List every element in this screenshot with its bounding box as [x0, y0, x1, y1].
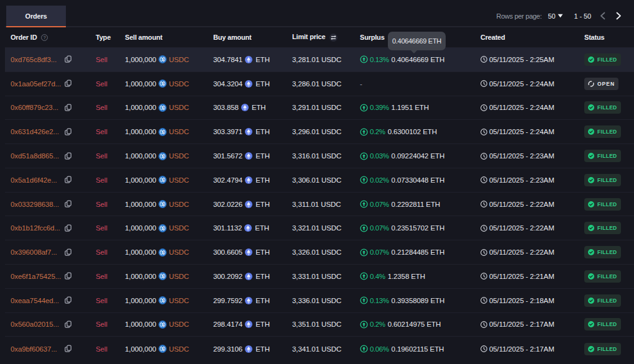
- svg-text:$: $: [161, 106, 163, 111]
- svg-text:$: $: [161, 226, 163, 231]
- svg-text:$: $: [161, 154, 163, 159]
- svg-text:$: $: [161, 130, 163, 135]
- svg-text:$: $: [161, 322, 163, 327]
- svg-text:$: $: [161, 274, 163, 279]
- svg-text:$: $: [161, 178, 163, 183]
- svg-text:?: ?: [44, 35, 46, 40]
- svg-text:$: $: [161, 57, 163, 62]
- svg-text:$: $: [161, 250, 163, 255]
- svg-text:$: $: [161, 298, 163, 303]
- svg-text:$: $: [161, 202, 163, 207]
- svg-text:$: $: [161, 347, 163, 352]
- svg-text:$: $: [161, 81, 163, 86]
